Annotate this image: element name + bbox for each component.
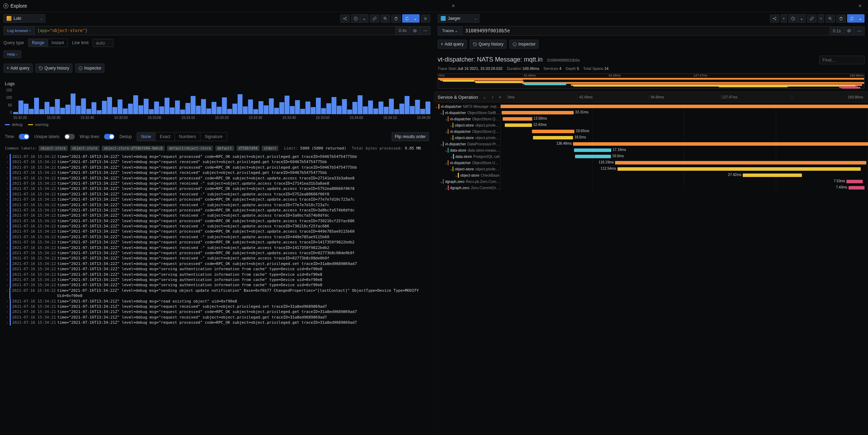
chevron-down-icon[interactable]: ⌄: [449, 123, 453, 127]
chevron-down-icon[interactable]: ⌄: [445, 117, 448, 121]
log-line[interactable]: ›2021-07-16 15:34:22time="2021-07-16T13:…: [5, 170, 430, 175]
expand-one-button[interactable]: ›: [491, 94, 495, 100]
chevron-down-icon[interactable]: ⌄: [449, 167, 453, 171]
span-row[interactable]: ⌄object-storeCheckBase27.42ms: [434, 172, 868, 178]
span-row[interactable]: ⌄object-storeobject.privileged.se...112.…: [434, 166, 868, 172]
log-line[interactable]: ›2021-07-16 15:34:22time="2021-07-16T13:…: [5, 213, 430, 218]
datasource-picker-right[interactable]: Jaeger ⌄: [438, 14, 479, 23]
query-eye-button[interactable]: [410, 26, 420, 35]
chevron-down-icon[interactable]: ⌄: [445, 186, 448, 190]
log-line[interactable]: ›2021-07-16 15:34:21time="2021-07-16T13:…: [5, 304, 430, 309]
time-picker-button-r[interactable]: [788, 14, 797, 23]
trace-id-input[interactable]: [462, 26, 830, 35]
help-button[interactable]: Help ›: [3, 50, 21, 58]
span-row[interactable]: ⌄dgraph.zeroRecv.pb.Zero.CommitOrAbort7.…: [434, 178, 868, 185]
line-limit-input[interactable]: [93, 39, 113, 47]
log-browser-button[interactable]: Log browser ›: [3, 26, 34, 35]
tab-range[interactable]: Range: [29, 39, 48, 47]
close-left-icon[interactable]: ✕: [449, 2, 458, 10]
chevron-down-icon[interactable]: ⌄: [445, 148, 448, 152]
span-row[interactable]: ⌄vt-dispatcherNATS Message: mqtt.in: [434, 103, 868, 110]
flip-order-button[interactable]: Flip results order: [392, 132, 429, 141]
span-row[interactable]: ⌄data-storedata-store.measurements...17.…: [434, 147, 868, 153]
query-collapse-button-r[interactable]: —: [854, 26, 865, 35]
span-row[interactable]: ⌄dgraph.zeroZero.CommitOrAbort7.43ms: [434, 185, 868, 191]
zoom-out-button-r[interactable]: [826, 15, 835, 23]
inspector-button-r[interactable]: Inspector: [509, 40, 539, 49]
log-line[interactable]: ›2021-07-16 15:34:22time="2021-07-16T13:…: [5, 176, 430, 181]
query-collapse-button[interactable]: —: [420, 26, 430, 35]
chevron-down-icon[interactable]: ⌄: [445, 129, 448, 134]
log-line[interactable]: ›2021-07-16 15:34:22time="2021-07-16T13:…: [5, 202, 430, 208]
expand-all-button[interactable]: »: [497, 94, 503, 100]
span-row[interactable]: ⌄object-storeobject.privileged.g...12.43…: [434, 122, 868, 128]
log-line[interactable]: ›2021-07-16 15:34:22time="2021-07-16T13:…: [5, 208, 430, 213]
span-row[interactable]: ⌄object-storeobject.privileged.g...18.5m…: [434, 135, 868, 141]
chevron-down-icon[interactable]: ⌄: [440, 142, 443, 146]
log-line[interactable]: ›2021-07-16 15:34:22time="2021-07-16T13:…: [5, 229, 430, 234]
log-line[interactable]: ›2021-07-16 15:34:21time="2021-07-16T13:…: [5, 309, 430, 314]
run-dropdown-button[interactable]: ⌄: [411, 14, 420, 23]
live-button[interactable]: [421, 15, 430, 23]
log-line[interactable]: ›2021-07-16 15:34:22time="2021-07-16T13:…: [5, 154, 430, 159]
dedup-option[interactable]: None: [137, 132, 156, 141]
log-line[interactable]: ›2021-07-16 15:34:22time="2021-07-16T13:…: [5, 245, 430, 250]
time-picker-button[interactable]: [351, 14, 360, 23]
legend-item[interactable]: debug: [5, 122, 23, 127]
unique-labels-toggle[interactable]: [64, 134, 75, 139]
log-line[interactable]: ›2021-07-16 15:34:22time="2021-07-16T13:…: [5, 192, 430, 197]
log-line[interactable]: ›2021-07-16 15:34:22time="2021-07-16T13:…: [5, 256, 430, 261]
add-query-button-r[interactable]: + Add query: [438, 40, 467, 49]
nav-prev-button[interactable]: ‹: [781, 14, 787, 23]
chevron-down-icon[interactable]: ⌄: [440, 179, 443, 184]
log-line[interactable]: ›2021-07-16 15:34:22time="2021-07-16T13:…: [5, 224, 430, 229]
run-dropdown-button-r[interactable]: ⌄: [856, 14, 865, 23]
share-button-r[interactable]: [770, 15, 779, 23]
log-line[interactable]: ›2021-07-16 15:34:21time="2021-07-16T13:…: [5, 320, 430, 325]
span-row[interactable]: ⌄data-storePostgreSQL call16.5ms: [434, 153, 868, 160]
dedup-radio-group[interactable]: NoneExactNumbersSignature: [137, 132, 227, 141]
time-dropdown-button-r[interactable]: ⌄: [797, 14, 806, 23]
log-line[interactable]: ›2021-07-16 15:34:22time="2021-07-16T13:…: [5, 165, 430, 170]
run-button-r[interactable]: [847, 14, 856, 23]
log-line[interactable]: ›2021-07-16 15:34:22time="2021-07-16T13:…: [5, 197, 430, 202]
log-line[interactable]: ›2021-07-16 15:34:22time="2021-07-16T13:…: [5, 181, 430, 186]
log-line[interactable]: ›2021-07-16 15:34:22time="2021-07-16T13:…: [5, 261, 430, 266]
chevron-down-icon[interactable]: ⌄: [435, 104, 438, 108]
log-line[interactable]: ›2021-07-16 15:34:22time="2021-07-16T13:…: [5, 159, 430, 164]
find-input[interactable]: [819, 56, 865, 64]
log-line[interactable]: ›2021-07-16 15:34:22time="2021-07-16T13:…: [5, 234, 430, 240]
query-type-tabs[interactable]: Range Instant: [28, 39, 68, 47]
span-row[interactable]: ⌄vt-dispatcherObjectStore.QuerySin...19.…: [434, 128, 868, 135]
span-row[interactable]: ⌄vt-dispatcherDataProcessor.ProcessM...1…: [434, 141, 868, 147]
add-query-button[interactable]: + Add query: [3, 64, 33, 73]
log-list[interactable]: ›2021-07-16 15:34:22time="2021-07-16T13:…: [3, 153, 430, 329]
trace-minimap[interactable]: 0ms42.49ms84.98ms127.47ms169.96ms: [438, 73, 865, 89]
chevron-down-icon[interactable]: ⌄: [449, 136, 453, 140]
query-history-button-r[interactable]: Query history: [470, 40, 507, 49]
chevron-down-icon[interactable]: ⌄: [445, 161, 448, 165]
chevron-down-icon[interactable]: ⌄: [449, 154, 453, 159]
span-row[interactable]: ⌄vt-dispatcherObjectStore.UpdateDe...116…: [434, 160, 868, 166]
log-line[interactable]: ›2021-07-16 15:34:22time="2021-07-16T13:…: [5, 277, 430, 282]
clear-button[interactable]: [391, 15, 401, 23]
log-line[interactable]: ›2021-07-16 15:34:22time="2021-07-16T13:…: [5, 288, 430, 299]
datasource-picker[interactable]: Loki ⌄: [3, 14, 45, 23]
close-right-icon[interactable]: ✕: [855, 2, 865, 10]
collapse-all-button[interactable]: ⌄: [481, 94, 488, 100]
link-button-r[interactable]: [807, 15, 817, 23]
log-line[interactable]: ›2021-07-16 15:34:22time="2021-07-16T13:…: [5, 272, 430, 277]
span-row[interactable]: ⌄vt-dispatcherObjectStore.GetBasicDevi..…: [434, 110, 868, 116]
dedup-option[interactable]: Numbers: [175, 132, 201, 141]
dedup-option[interactable]: Exact: [156, 132, 175, 141]
clear-button-r[interactable]: [836, 15, 846, 23]
log-line[interactable]: ›2021-07-16 15:34:22time="2021-07-16T13:…: [5, 240, 430, 245]
wrap-lines-toggle[interactable]: [104, 134, 114, 139]
query-history-button[interactable]: Query history: [35, 64, 72, 73]
query-input[interactable]: {app="object-store"}: [34, 26, 396, 35]
link-button[interactable]: [370, 15, 379, 23]
log-line[interactable]: ›2021-07-16 15:34:21time="2021-07-16T13:…: [5, 315, 430, 320]
dedup-option[interactable]: Signature: [200, 132, 226, 141]
time-toggle[interactable]: [19, 134, 29, 139]
time-dropdown-button[interactable]: ⌄: [360, 14, 368, 23]
